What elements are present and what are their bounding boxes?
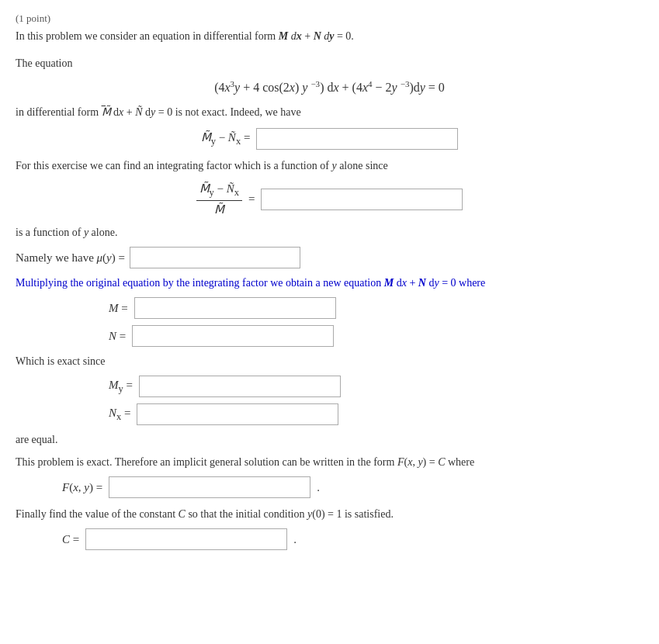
Nx-exact-row: Nx = [109, 403, 643, 425]
fraction-input[interactable] [261, 189, 463, 210]
M-bold: M dx [279, 30, 302, 42]
main-equation: (4x3y + 4 cos(2x) y −3) dx + (4x4 − 2y −… [16, 79, 643, 95]
My-Nx-row: M̃y − Ñx = [16, 128, 643, 150]
My-exact-row: My = [109, 376, 643, 397]
fraction-denominator: M̃ [211, 201, 227, 216]
mu-input[interactable] [130, 247, 300, 268]
M-row: M = N = [62, 297, 643, 347]
fraction-block: M̃y − Ñx M̃ [196, 182, 242, 216]
fraction-answer-row: M̃y − Ñx M̃ = [16, 182, 643, 216]
is-function-text: is a function of y alone. [16, 224, 643, 241]
M-label: M = [109, 302, 128, 315]
are-equal-label: are equal. [16, 431, 643, 448]
namely-label: Namely we have μ(y) = [16, 251, 125, 265]
C-input[interactable] [85, 528, 287, 550]
differential-form-text: in differential form M̃ dx + Ñ dy = 0 is… [16, 104, 643, 120]
Fxy-label: F(x, y) = [62, 481, 102, 494]
fraction-numerator: M̃y − Ñx [196, 182, 242, 201]
N-label: N = [109, 330, 126, 343]
C-label: C = [62, 533, 79, 546]
finally-text: Finally find the value of the constant C… [16, 506, 643, 522]
mu-row: Namely we have μ(y) = [16, 247, 643, 268]
Nx-exact-label: Nx = [109, 407, 130, 423]
My-Nx-input[interactable] [256, 128, 458, 150]
Fxy-input[interactable] [109, 476, 310, 498]
which-exact-label: Which is exact since [16, 353, 643, 369]
multiplying-text: Multiplying the original equation by the… [16, 275, 643, 291]
N-input[interactable] [132, 325, 334, 347]
period1: . [317, 481, 320, 494]
equals-sign: = [248, 192, 255, 206]
My-exact-label: My = [109, 379, 133, 395]
My-Nx-label: M̃y − Ñx = [201, 130, 251, 147]
M-input[interactable] [134, 297, 336, 319]
My-exact-input[interactable] [139, 376, 341, 397]
Nx-exact-input[interactable] [137, 403, 338, 425]
points-label: (1 point) [16, 12, 643, 25]
intro-text: In this problem we consider an equation … [16, 28, 643, 44]
M-answer-row: M = [109, 297, 643, 319]
N-answer-row: N = [109, 325, 643, 347]
period2: . [293, 533, 297, 546]
for-exercise-text: For this exercise we can find an integra… [16, 158, 643, 174]
C-row: C = . [62, 528, 643, 550]
general-solution-text: This problem is exact. Therefore an impl… [16, 454, 643, 470]
My-Nx-exact-block: My = Nx = [62, 376, 643, 425]
the-equation-label: The equation [16, 55, 643, 71]
Fxy-row: F(x, y) = . [62, 476, 643, 498]
